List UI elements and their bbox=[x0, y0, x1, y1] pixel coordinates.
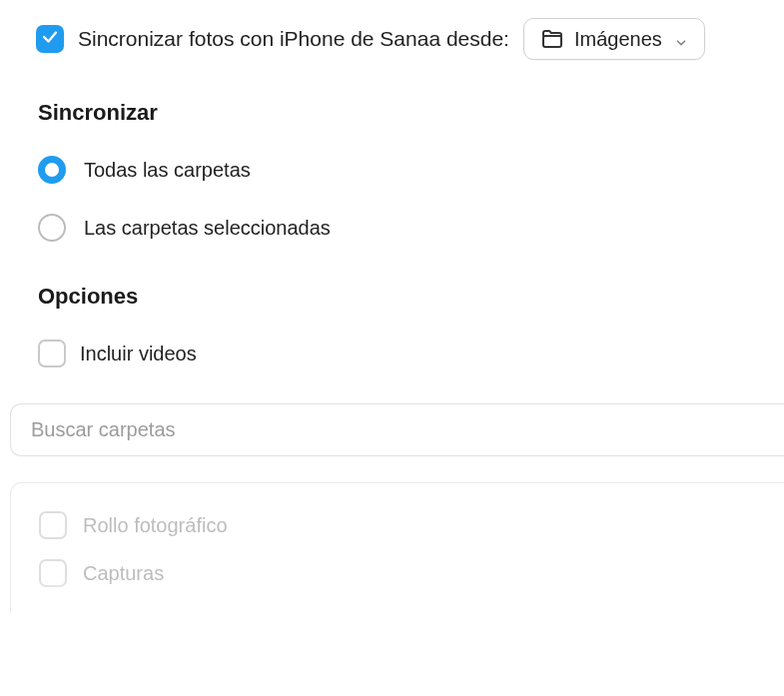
search-folders-wrap bbox=[10, 403, 784, 456]
radio-all-folders-row[interactable]: Todas las carpetas bbox=[38, 156, 784, 184]
radio-selected-folders[interactable] bbox=[38, 214, 66, 242]
folder-label: Capturas bbox=[83, 562, 164, 585]
radio-all-folders-label: Todas las carpetas bbox=[84, 159, 251, 182]
options-section-title: Opciones bbox=[38, 284, 784, 310]
include-videos-label: Incluir videos bbox=[80, 343, 197, 365]
source-dropdown-label: Imágenes bbox=[574, 28, 662, 51]
radio-selected-folders-label: Las carpetas seleccionadas bbox=[84, 217, 331, 240]
folder-list: Rollo fotográfico Capturas bbox=[10, 482, 784, 613]
radio-all-folders[interactable] bbox=[38, 156, 66, 184]
folder-icon bbox=[540, 27, 564, 51]
list-item[interactable]: Capturas bbox=[11, 553, 784, 601]
svg-rect-0 bbox=[543, 36, 561, 47]
check-icon bbox=[41, 28, 59, 51]
list-item[interactable]: Rollo fotográfico bbox=[11, 505, 784, 553]
chevron-down-icon bbox=[674, 32, 688, 46]
include-videos-checkbox[interactable] bbox=[38, 340, 66, 367]
radio-selected-folders-row[interactable]: Las carpetas seleccionadas bbox=[38, 214, 784, 242]
source-dropdown[interactable]: Imágenes bbox=[523, 18, 705, 60]
search-folders-input[interactable] bbox=[31, 418, 764, 441]
sync-enable-label: Sincronizar fotos con iPhone de Sanaa de… bbox=[78, 27, 509, 51]
folder-checkbox[interactable] bbox=[39, 511, 67, 539]
include-videos-row[interactable]: Incluir videos bbox=[38, 340, 784, 367]
folder-checkbox[interactable] bbox=[39, 559, 67, 587]
sync-header-row: Sincronizar fotos con iPhone de Sanaa de… bbox=[36, 18, 784, 60]
sync-section-title: Sincronizar bbox=[38, 100, 784, 126]
sync-enable-checkbox[interactable] bbox=[36, 25, 64, 53]
folder-label: Rollo fotográfico bbox=[83, 514, 228, 537]
